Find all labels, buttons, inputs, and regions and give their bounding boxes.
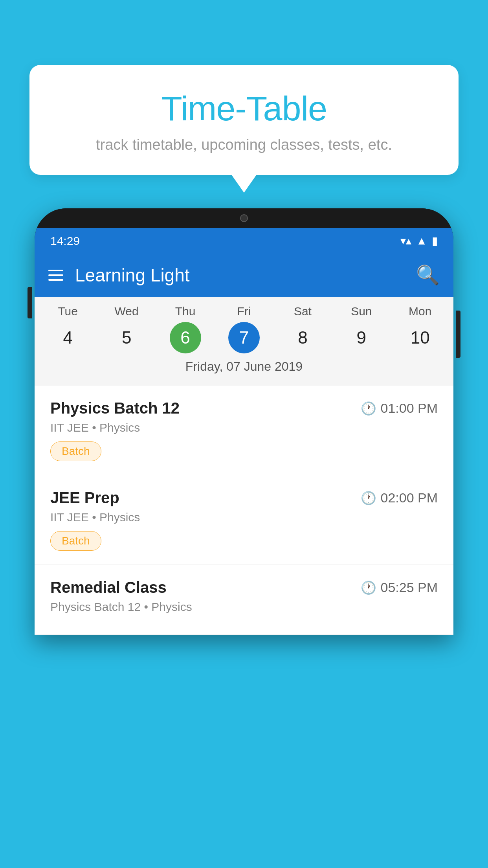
day-name-label: Sat xyxy=(294,305,312,318)
clock-icon: 🕐 xyxy=(361,580,376,595)
class-time: 🕐 01:00 PM xyxy=(361,401,438,416)
calendar-day-7[interactable]: Fri7 xyxy=(215,305,273,353)
battery-icon: ▮ xyxy=(432,234,438,247)
class-header: JEE Prep🕐 02:00 PM xyxy=(50,489,438,507)
class-header: Physics Batch 12🕐 01:00 PM xyxy=(50,399,438,417)
menu-button[interactable] xyxy=(48,270,63,281)
day-number: 7 xyxy=(228,322,260,353)
class-subject: IIT JEE • Physics xyxy=(50,511,438,524)
class-item[interactable]: Physics Batch 12🕐 01:00 PMIIT JEE • Phys… xyxy=(35,386,453,475)
app-title: Learning Light xyxy=(75,265,416,286)
day-name-label: Wed xyxy=(115,305,139,318)
day-name-label: Tue xyxy=(58,305,78,318)
class-list: Physics Batch 12🕐 01:00 PMIIT JEE • Phys… xyxy=(35,386,453,635)
class-name: JEE Prep xyxy=(50,489,119,507)
app-bar: Learning Light 🔍 xyxy=(35,254,453,297)
day-name-label: Sun xyxy=(351,305,372,318)
wifi-icon: ▾▴ xyxy=(400,234,411,247)
side-button-left xyxy=(28,287,32,318)
class-name: Physics Batch 12 xyxy=(50,399,180,417)
class-subject: IIT JEE • Physics xyxy=(50,421,438,434)
hamburger-line-2 xyxy=(48,274,63,276)
hero-subtitle: track timetable, upcoming classes, tests… xyxy=(49,136,439,153)
hero-title: Time-Table xyxy=(49,88,439,129)
day-number: 6 xyxy=(170,322,201,353)
selected-date: Friday, 07 June 2019 xyxy=(35,353,453,382)
calendar-day-9[interactable]: Sun9 xyxy=(332,305,391,353)
days-header: Tue4Wed5Thu6Fri7Sat8Sun9Mon10 xyxy=(35,305,453,353)
hero-card: Time-Table track timetable, upcoming cla… xyxy=(29,65,459,175)
class-subject: Physics Batch 12 • Physics xyxy=(50,600,438,614)
class-item[interactable]: Remedial Class🕐 05:25 PMPhysics Batch 12… xyxy=(35,565,453,635)
status-bar: 14:29 ▾▴ ▲ ▮ xyxy=(35,228,453,254)
calendar-day-8[interactable]: Sat8 xyxy=(273,305,332,353)
phone-top xyxy=(35,208,453,228)
calendar-day-6[interactable]: Thu6 xyxy=(156,305,215,353)
class-name: Remedial Class xyxy=(50,579,167,596)
hamburger-line-1 xyxy=(48,270,63,271)
class-header: Remedial Class🕐 05:25 PM xyxy=(50,579,438,596)
phone-frame: 14:29 ▾▴ ▲ ▮ Learning Light 🔍 Tue4Wed5Th… xyxy=(35,208,453,635)
hamburger-line-3 xyxy=(48,279,63,281)
calendar-day-5[interactable]: Wed5 xyxy=(97,305,156,353)
camera-dot xyxy=(240,214,248,222)
signal-icon: ▲ xyxy=(416,235,427,247)
status-icons: ▾▴ ▲ ▮ xyxy=(400,234,438,247)
calendar-day-10[interactable]: Mon10 xyxy=(391,305,449,353)
day-number: 9 xyxy=(346,322,377,353)
clock-icon: 🕐 xyxy=(361,491,376,506)
calendar-strip: Tue4Wed5Thu6Fri7Sat8Sun9Mon10 Friday, 07… xyxy=(35,297,453,386)
side-button-right xyxy=(456,311,460,358)
class-time: 🕐 02:00 PM xyxy=(361,490,438,506)
day-name-label: Fri xyxy=(237,305,251,318)
clock-icon: 🕐 xyxy=(361,401,376,416)
day-number: 10 xyxy=(404,322,436,353)
phone-mockup: 14:29 ▾▴ ▲ ▮ Learning Light 🔍 Tue4Wed5Th… xyxy=(35,208,453,868)
calendar-day-4[interactable]: Tue4 xyxy=(39,305,97,353)
class-time: 🕐 05:25 PM xyxy=(361,580,438,595)
day-number: 4 xyxy=(52,322,84,353)
day-number: 5 xyxy=(111,322,142,353)
batch-tag: Batch xyxy=(50,441,101,461)
day-name-label: Mon xyxy=(409,305,431,318)
day-number: 8 xyxy=(287,322,318,353)
batch-tag: Batch xyxy=(50,531,101,551)
status-time: 14:29 xyxy=(50,234,80,248)
day-name-label: Thu xyxy=(175,305,196,318)
search-icon[interactable]: 🔍 xyxy=(416,264,440,286)
class-item[interactable]: JEE Prep🕐 02:00 PMIIT JEE • PhysicsBatch xyxy=(35,475,453,565)
